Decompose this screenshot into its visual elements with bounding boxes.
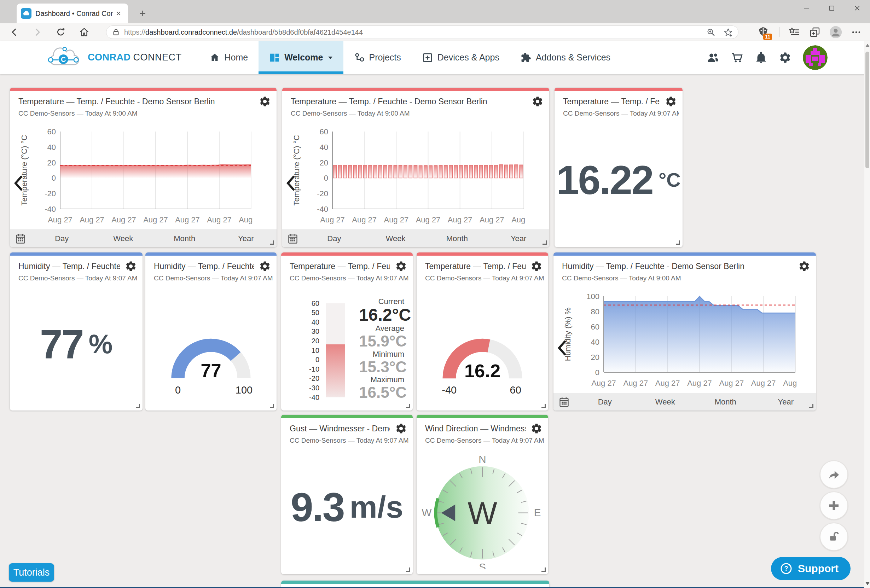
calendar-icon[interactable] <box>553 397 575 407</box>
resize-handle[interactable] <box>270 240 274 245</box>
svg-text:C: C <box>61 55 66 63</box>
home-button[interactable] <box>76 24 92 40</box>
svg-text:Temperature (°C) °C: Temperature (°C) °C <box>292 135 301 206</box>
widget-title: Humidity — Temp. / Feuchte - ... <box>18 262 120 271</box>
svg-text:E: E <box>534 507 541 518</box>
svg-text:-40: -40 <box>442 384 457 396</box>
caret-down-icon <box>328 56 333 60</box>
value-unit: % <box>89 329 113 359</box>
nav-item-addons-services[interactable]: Addons & Services <box>510 41 621 74</box>
favorites-bar-icon[interactable] <box>789 27 800 38</box>
scrollbar-down-arrow[interactable] <box>866 582 870 585</box>
resize-handle[interactable] <box>676 240 680 245</box>
resize-handle[interactable] <box>541 404 546 408</box>
range-tab-year[interactable]: Year <box>215 234 277 243</box>
chevron-left-icon[interactable] <box>556 340 567 356</box>
collections-icon[interactable] <box>809 27 821 38</box>
range-tab-month[interactable]: Month <box>154 234 215 243</box>
scrollbar-thumb[interactable] <box>866 52 869 168</box>
user-avatar-identicon[interactable] <box>803 45 828 70</box>
thermometer-chart: 6050403020100-10-20-30-40 <box>287 298 358 403</box>
range-tab-day[interactable]: Day <box>304 234 365 243</box>
big-value: 16.22 °C <box>554 112 682 247</box>
widget-subtitle: CC Demo-Sensors — Today At 9:07 AM <box>425 274 545 282</box>
resize-handle[interactable] <box>406 404 410 408</box>
range-tab-month[interactable]: Month <box>695 397 756 406</box>
range-tab-day[interactable]: Day <box>575 397 635 406</box>
widget-settings-gear-icon[interactable] <box>798 260 810 272</box>
range-tab-year[interactable]: Year <box>756 397 816 406</box>
resize-handle[interactable] <box>270 404 274 408</box>
reload-button[interactable] <box>53 24 69 40</box>
resize-handle[interactable] <box>541 567 546 572</box>
unlock-layout-button[interactable] <box>820 523 848 551</box>
share-dashboard-button[interactable] <box>820 460 848 489</box>
favorite-star-icon[interactable] <box>723 28 733 37</box>
add-widget-button[interactable] <box>820 491 848 520</box>
nav-item-devices-apps[interactable]: Devices & Apps <box>412 41 510 74</box>
svg-text:Aug 27: Aug 27 <box>143 215 168 224</box>
privacy-badger-extension-icon[interactable]: 11 <box>757 26 770 39</box>
range-tab-day[interactable]: Day <box>31 234 93 243</box>
resize-handle[interactable] <box>542 240 547 245</box>
conrad-connect-logo[interactable]: C CONRADCONNECT <box>45 45 182 70</box>
shop-cart-icon[interactable] <box>731 51 743 64</box>
nav-item-welcome[interactable]: Welcome <box>259 41 343 74</box>
range-tab-week[interactable]: Week <box>93 234 154 243</box>
svg-text:Aug 27: Aug 27 <box>448 215 472 224</box>
notifications-bell-icon[interactable] <box>755 51 767 64</box>
new-tab-button[interactable] <box>136 7 149 20</box>
resize-handle[interactable] <box>406 567 410 572</box>
widget-settings-gear-icon[interactable] <box>125 260 137 272</box>
svg-text:30: 30 <box>311 327 319 335</box>
tab-close-icon[interactable] <box>113 8 124 19</box>
browser-tab[interactable]: Dashboard • Conrad Connect <box>16 3 128 23</box>
back-button[interactable] <box>6 24 22 40</box>
temperature-stats: Current 16.2°C Average 15.9°C Minimum 15… <box>359 297 404 400</box>
share-arrow-icon <box>827 469 841 481</box>
widget-settings-gear-icon[interactable] <box>530 423 542 435</box>
nav-item-projects[interactable]: Projects <box>343 41 412 74</box>
tutorials-button[interactable]: Tutorials <box>9 563 54 582</box>
svg-text:0: 0 <box>324 174 328 182</box>
nav-item-home[interactable]: Home <box>199 41 259 74</box>
widget-settings-gear-icon[interactable] <box>532 95 544 107</box>
window-minimize-button[interactable] <box>794 0 819 16</box>
widget-settings-gear-icon[interactable] <box>259 260 271 272</box>
browser-profile-avatar[interactable] <box>830 26 842 38</box>
range-tab-week[interactable]: Week <box>365 234 426 243</box>
calendar-icon[interactable] <box>282 233 304 244</box>
resize-handle[interactable] <box>136 404 140 408</box>
calendar-icon[interactable] <box>10 233 31 244</box>
card-accent-teal <box>281 581 549 584</box>
widget-title: Temperature — Temp. / Feuchte - Demo Sen… <box>18 97 254 106</box>
settings-gear-icon[interactable] <box>779 51 791 64</box>
range-tab-year[interactable]: Year <box>488 234 549 243</box>
widget-settings-gear-icon[interactable] <box>665 95 677 107</box>
scrollbar-up-arrow[interactable] <box>866 44 870 47</box>
widget-settings-gear-icon[interactable] <box>395 260 407 272</box>
svg-text:Aug 27: Aug 27 <box>48 215 73 224</box>
community-icon[interactable] <box>707 51 720 64</box>
range-tab-week[interactable]: Week <box>635 397 696 406</box>
nav-label: Home <box>225 52 248 63</box>
widget-settings-gear-icon[interactable] <box>395 423 407 435</box>
widget-settings-gear-icon[interactable] <box>259 95 271 107</box>
window-maximize-button[interactable] <box>819 0 845 16</box>
brand-conrad: CONRAD <box>88 52 131 63</box>
url-bar[interactable]: https://dashboard.conradconnect.de/dashb… <box>106 25 739 39</box>
browser-menu-ellipsis-icon[interactable] <box>851 27 861 37</box>
range-tab-month[interactable]: Month <box>426 234 488 243</box>
resize-handle[interactable] <box>809 404 813 408</box>
chevron-left-icon[interactable] <box>285 176 296 191</box>
support-button[interactable]: ? Support <box>771 557 851 580</box>
widget-settings-gear-icon[interactable] <box>530 260 542 272</box>
chevron-left-icon[interactable] <box>13 176 23 191</box>
window-close-button[interactable] <box>845 0 870 16</box>
dashboard-fab-column <box>820 460 848 551</box>
widget-title: Temperature — Temp. / Feucht... <box>563 97 660 106</box>
nav-label: Projects <box>369 52 401 63</box>
page-scrollbar[interactable] <box>864 41 870 588</box>
zoom-page-icon[interactable] <box>706 28 716 37</box>
forward-button[interactable] <box>30 24 45 40</box>
